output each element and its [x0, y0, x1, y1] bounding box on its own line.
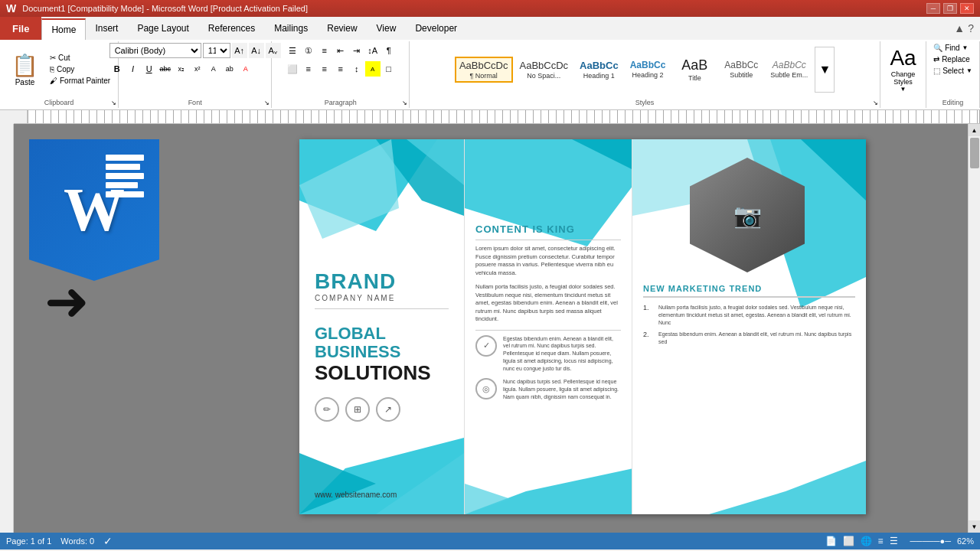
lorem-text-2: Nullam porta facilisis justo, a feugiat … — [475, 283, 621, 324]
view-fullscreen-button[interactable]: ⬜ — [843, 536, 854, 546]
align-left-button[interactable]: ⬜ — [285, 61, 300, 77]
editing-label: Editing — [942, 99, 964, 106]
style-subtitle[interactable]: AaBbCc Subtitle — [719, 57, 763, 82]
icon-text-1: Egestas bibendum enim. Aenean a blandit … — [503, 335, 621, 373]
view-outline-button[interactable]: ≡ — [878, 536, 884, 546]
word-line-4 — [106, 182, 138, 188]
review-tab[interactable]: Review — [318, 17, 367, 40]
change-styles-group: Aa ChangeStyles ▼ — [880, 41, 926, 108]
style-no-spacing-label: No Spaci... — [527, 72, 560, 80]
content-icon-row-1: ✓ Egestas bibendum enim. Aenean a blandi… — [475, 335, 621, 373]
decrease-font-button[interactable]: A↓ — [249, 43, 264, 58]
references-tab[interactable]: References — [199, 17, 265, 40]
increase-indent-button[interactable]: ⇥ — [349, 43, 364, 58]
decrease-indent-button[interactable]: ⇤ — [333, 43, 348, 58]
home-tab[interactable]: Home — [41, 18, 86, 40]
document-page[interactable]: BRAND COMPANY NAME GLOBALBUSINESS SOLUTI… — [299, 139, 866, 514]
paste-button[interactable]: 📋 Paste — [5, 49, 45, 90]
borders-button[interactable]: □ — [381, 61, 397, 77]
scrollbar-up-button[interactable]: ▲ — [969, 124, 981, 136]
align-center-button[interactable]: ≡ — [301, 61, 316, 77]
multilevel-list-button[interactable]: ≡ — [317, 43, 332, 58]
developer-tab[interactable]: Developer — [406, 17, 467, 40]
text-effects-button[interactable]: A — [206, 61, 221, 77]
font-expand-icon[interactable]: ↘ — [264, 99, 270, 106]
change-styles-button[interactable]: Aa ChangeStyles ▼ — [887, 43, 919, 96]
font-color-button[interactable]: A — [238, 61, 253, 77]
brochure-icon-2[interactable]: ⊞ — [345, 397, 370, 422]
style-subtle-emphasis[interactable]: AaBbCc Subtle Em... — [766, 57, 812, 82]
file-tab[interactable]: File — [0, 17, 41, 40]
word-decorative-lines — [106, 155, 144, 197]
format-painter-button[interactable]: 🖌 Format Painter — [47, 76, 113, 86]
company-name: COMPANY NAME — [315, 294, 449, 309]
font-family-select[interactable]: Calibri (Body) — [109, 43, 201, 58]
find-button[interactable]: 🔍 Find ▼ — [930, 43, 971, 53]
vertical-scrollbar[interactable]: ▲ ▼ — [968, 124, 980, 533]
select-icon: ⬚ — [933, 67, 940, 75]
shading-button[interactable]: A — [365, 61, 381, 77]
cut-button[interactable]: ✂ Cut — [47, 53, 113, 63]
strikethrough-button[interactable]: abc — [158, 61, 173, 77]
window-controls[interactable]: ─ ❐ ✕ — [926, 3, 974, 14]
sort-button[interactable]: ↕A — [365, 43, 381, 58]
find-icon: 🔍 — [933, 44, 942, 52]
view-draft-button[interactable]: ☰ — [890, 536, 898, 546]
spell-check-icon[interactable]: ✓ — [103, 535, 113, 547]
view-print-button[interactable]: 📄 — [825, 536, 837, 546]
brochure-middle-content: CONTENT IS KING Lorem ipsum dolor sit am… — [465, 139, 632, 514]
paragraph-expand-icon[interactable]: ↘ — [402, 99, 407, 106]
superscript-button[interactable]: x² — [190, 61, 205, 77]
justify-button[interactable]: ≡ — [333, 61, 348, 77]
style-heading2[interactable]: AaBbCc Heading 2 — [626, 57, 671, 82]
content-divider-1 — [475, 240, 621, 240]
bullets-button[interactable]: ☰ — [285, 43, 300, 58]
align-right-button[interactable]: ≡ — [317, 61, 332, 77]
scrollbar-down-button[interactable]: ▼ — [969, 520, 981, 533]
page-layout-tab[interactable]: Page Layout — [128, 17, 198, 40]
zoom-level[interactable]: 62% — [957, 536, 974, 546]
help-icon[interactable]: ? — [968, 22, 974, 34]
subscript-button[interactable]: x₂ — [174, 61, 189, 77]
zoom-slider[interactable]: ─────●─ — [910, 536, 951, 546]
copy-button[interactable]: ⎘ Copy — [47, 64, 113, 74]
line-spacing-button[interactable]: ↕ — [349, 61, 364, 77]
mailings-tab[interactable]: Mailings — [265, 17, 318, 40]
minimize-button[interactable]: ─ — [926, 3, 940, 14]
style-title[interactable]: AaB Title — [672, 54, 717, 85]
editing-group: 🔍 Find ▼ ⇄ Replace ⬚ Select ▼ Editing — [926, 41, 980, 108]
styles-expand-icon[interactable]: ↘ — [873, 99, 878, 106]
replace-label: Replace — [942, 55, 970, 64]
style-no-spacing[interactable]: AaBbCcDc No Spaci... — [515, 57, 573, 83]
view-web-button[interactable]: 🌐 — [861, 536, 872, 546]
style-heading2-label: Heading 2 — [632, 71, 663, 79]
italic-button[interactable]: I — [126, 61, 141, 77]
window-title: Document1 [Compatibility Mode] - Microso… — [22, 4, 308, 13]
numbering-button[interactable]: ① — [301, 43, 316, 58]
font-size-select[interactable]: 11 — [203, 43, 230, 58]
select-button[interactable]: ⬚ Select ▼ — [930, 66, 975, 76]
text-highlight-button[interactable]: ab — [222, 61, 237, 77]
statusbar-left: Page: 1 of 1 Words: 0 ✓ — [6, 535, 113, 547]
show-formatting-button[interactable]: ¶ — [381, 43, 397, 58]
list-buttons-row: ☰ ① ≡ ⇤ ⇥ ↕A ¶ — [285, 43, 397, 58]
style-heading1-preview: AaBbCc — [580, 60, 619, 71]
scrollbar-thumb[interactable] — [970, 138, 979, 168]
word-logo-overlay: W ➜ — [29, 139, 159, 342]
styles-more-button[interactable]: ▼ — [815, 47, 835, 93]
brochure-icon-1[interactable]: ✏ — [315, 397, 339, 422]
content-icon-globe: ◎ — [475, 378, 497, 399]
view-tab[interactable]: View — [368, 17, 407, 40]
restore-button[interactable]: ❐ — [943, 3, 957, 14]
replace-button[interactable]: ⇄ Replace — [930, 54, 973, 64]
ribbon-collapse-icon[interactable]: ▲ — [954, 22, 965, 34]
underline-button[interactable]: U — [142, 61, 157, 77]
increase-font-button[interactable]: A↑ — [232, 43, 247, 58]
brochure-icon-3[interactable]: ↗ — [376, 397, 400, 422]
style-heading1[interactable]: AaBbCc Heading 1 — [575, 57, 623, 83]
style-normal[interactable]: AaBbCcDc ¶ Normal — [455, 57, 513, 83]
insert-tab[interactable]: Insert — [86, 17, 128, 40]
document-area[interactable]: W ➜ — [14, 124, 968, 533]
bold-button[interactable]: B — [109, 61, 125, 77]
close-button[interactable]: ✕ — [960, 3, 974, 14]
